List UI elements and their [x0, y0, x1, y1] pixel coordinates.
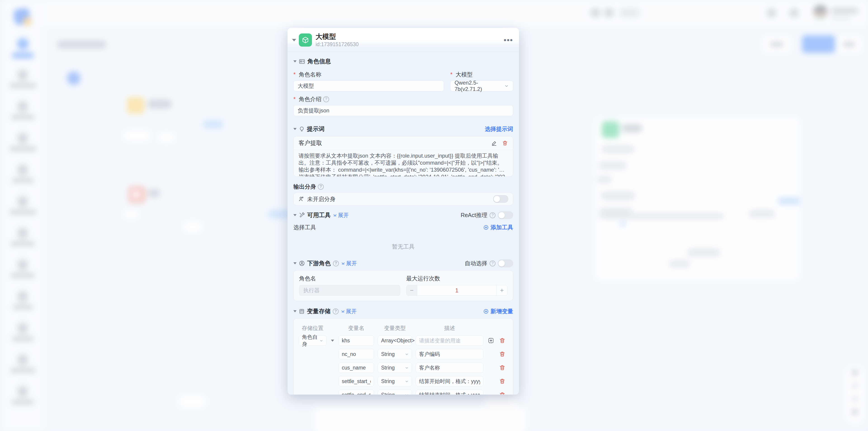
delete-prompt-icon[interactable]	[502, 140, 508, 146]
collapse-section-icon[interactable]	[293, 262, 297, 264]
variable-name-input[interactable]	[338, 335, 374, 346]
expand-label: 展开	[338, 212, 349, 219]
variable-desc-input[interactable]	[416, 363, 484, 373]
variable-desc-input[interactable]	[416, 335, 484, 346]
node-config-modal: 大模型 id:1739151726530 ••• 角色信息 角色名称 大模型 Q…	[287, 28, 519, 395]
help-icon[interactable]: ?	[318, 184, 324, 190]
collapse-section-icon[interactable]	[293, 310, 297, 312]
section-title: 可用工具	[307, 211, 331, 219]
tools-icon	[299, 212, 305, 218]
add-tool-link[interactable]: 添加工具	[483, 224, 513, 231]
variable-type-value: String	[381, 365, 395, 371]
stepper-value[interactable]: 1	[417, 285, 496, 296]
expand-variables-link[interactable]: 展开	[341, 308, 357, 315]
model-select-value: Qwen2.5-7b(v2.71.2)	[455, 80, 502, 92]
role-name-col-label: 角色名	[299, 275, 400, 282]
bulb-icon	[299, 126, 305, 132]
prompt-text[interactable]: 请按照要求从文本中提取json 文本内容：{{role.input.user_i…	[293, 150, 513, 176]
variable-desc-input[interactable]	[416, 376, 484, 387]
collapse-section-icon[interactable]	[293, 214, 297, 216]
delete-variable-icon[interactable]	[498, 378, 506, 384]
delete-variable-icon[interactable]	[498, 351, 506, 357]
edit-prompt-icon[interactable]	[491, 140, 497, 146]
role-name-input[interactable]	[293, 81, 444, 91]
storage-location-select[interactable]: 角色自身	[299, 335, 327, 346]
modal-body: 角色信息 角色名称 大模型 Qwen2.5-7b(v2.71.2) 角色介绍 ?	[287, 52, 519, 395]
variable-type-value: Array<Object>	[381, 338, 414, 344]
downstream-role-input[interactable]	[299, 285, 400, 296]
delete-variable-icon[interactable]	[498, 392, 506, 395]
clone-card: 未开启分身	[293, 193, 513, 205]
stepper-minus-button[interactable]: −	[406, 285, 417, 296]
chevron-down-icon	[319, 339, 323, 343]
storage-icon	[299, 308, 305, 314]
select-tools-label: 选择工具	[293, 224, 316, 231]
variable-name-input[interactable]	[338, 376, 374, 387]
variables-header-row: 存储位置 变量名 变量类型 描述	[299, 325, 508, 332]
help-icon[interactable]: ?	[490, 260, 495, 266]
col-header: 存储位置	[299, 325, 327, 332]
variable-type-select[interactable]: String	[378, 349, 412, 359]
person-circle-icon	[299, 260, 305, 266]
section-variables[interactable]: 变量存储 ? 展开 新增变量	[293, 307, 513, 315]
variable-row: String	[299, 349, 508, 359]
delete-variable-icon[interactable]	[498, 365, 506, 371]
model-select[interactable]: Qwen2.5-7b(v2.71.2)	[450, 81, 513, 91]
col-header: 变量类型	[378, 325, 412, 332]
section-prompt[interactable]: 提示词 选择提示词	[293, 125, 513, 133]
variable-name-input[interactable]	[338, 390, 374, 395]
add-variable-label: 新增变量	[491, 308, 513, 315]
modal-header: 大模型 id:1739151726530 •••	[287, 28, 519, 52]
variable-row: String	[299, 376, 508, 387]
section-title: 变量存储	[307, 307, 331, 315]
variable-name-input[interactable]	[338, 349, 374, 359]
col-header: 变量名	[338, 325, 374, 332]
variable-type-select[interactable]: Array<Object>	[378, 335, 412, 346]
section-title: 下游角色	[307, 259, 331, 267]
auto-select-toggle[interactable]	[498, 259, 513, 267]
section-tools[interactable]: 可用工具 展开 ReAct推理 ?	[293, 211, 513, 219]
role-intro-label: 角色介绍	[299, 95, 321, 103]
stepper-plus-button[interactable]: +	[496, 285, 507, 296]
choose-prompt-link[interactable]: 选择提示词	[485, 125, 513, 133]
role-intro-input[interactable]	[293, 105, 513, 116]
clone-toggle[interactable]	[493, 195, 508, 203]
section-downstream[interactable]: 下游角色 ? 展开 自动选择 ?	[293, 259, 513, 267]
react-toggle[interactable]	[498, 211, 513, 219]
collapse-section-icon[interactable]	[293, 128, 297, 130]
collapse-node-icon[interactable]	[292, 39, 296, 41]
variable-type-select[interactable]: String	[378, 390, 412, 395]
max-runs-col-label: 最大运行次数	[406, 275, 507, 282]
node-title: 大模型	[315, 32, 359, 41]
variable-desc-input[interactable]	[416, 390, 484, 395]
more-menu-button[interactable]: •••	[504, 38, 513, 42]
node-id: id:1739151726530	[315, 41, 359, 48]
expand-downstream-link[interactable]: 展开	[341, 260, 357, 267]
empty-tools-text: 暂无工具	[293, 231, 513, 259]
variable-name-input[interactable]	[338, 363, 374, 373]
prompt-card: 客户提取 请按照要求从文本中提取json 文本内容：{{role.input.u…	[293, 136, 513, 177]
add-tool-label: 添加工具	[491, 224, 513, 231]
variable-desc-input[interactable]	[416, 349, 484, 359]
variable-type-select[interactable]: String	[378, 363, 412, 373]
add-sub-variable-icon[interactable]	[487, 337, 495, 344]
downstream-card: 角色名 最大运行次数 − 1 +	[293, 271, 513, 301]
help-icon[interactable]: ?	[490, 212, 495, 218]
expand-tools-link[interactable]: 展开	[333, 212, 349, 219]
section-title: 提示词	[307, 125, 324, 133]
section-title: 角色信息	[307, 57, 331, 65]
variable-type-select[interactable]: String	[378, 376, 412, 387]
delete-variable-icon[interactable]	[498, 337, 506, 344]
auto-select-label: 自动选择	[465, 259, 487, 267]
output-clone-label: 输出分身	[293, 183, 316, 190]
chevron-down-icon	[504, 84, 509, 88]
help-icon[interactable]: ?	[323, 96, 329, 102]
collapse-children-icon[interactable]	[331, 340, 334, 342]
clone-person-icon	[298, 196, 305, 202]
collapse-section-icon[interactable]	[293, 60, 297, 62]
section-role-info[interactable]: 角色信息	[293, 57, 513, 65]
model-label: 大模型	[450, 71, 513, 78]
add-variable-link[interactable]: 新增变量	[483, 308, 513, 315]
help-icon[interactable]: ?	[333, 308, 339, 314]
help-icon[interactable]: ?	[333, 260, 339, 266]
